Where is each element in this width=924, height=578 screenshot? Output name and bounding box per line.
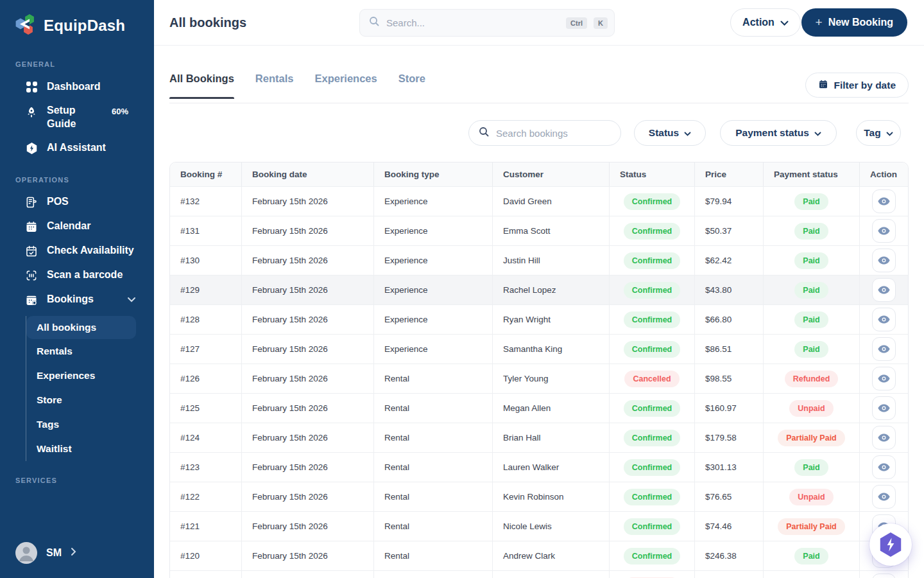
sidebar-item-dashboard[interactable]: Dashboard (0, 74, 154, 99)
table-row[interactable]: #121 February 15th 2026 Rental Nicole Le… (170, 511, 908, 541)
payment-status-badge: Unpaid (789, 400, 833, 417)
view-booking-button[interactable] (872, 189, 896, 213)
customer-cell: Justin Hill (493, 246, 610, 275)
filter-by-date-button[interactable]: Filter by date (805, 73, 909, 98)
booking-date-cell: February 15th 2026 (242, 541, 374, 570)
view-booking-button[interactable] (872, 308, 896, 331)
submenu-item-store[interactable]: Store (26, 388, 136, 412)
view-booking-button[interactable] (872, 426, 896, 450)
calendar-icon (818, 79, 828, 92)
booking-type-cell: Rental (374, 394, 493, 423)
booking-type-cell: Experience (374, 216, 493, 245)
barcode-scan-icon (24, 268, 38, 283)
search-icon (369, 16, 380, 30)
sidebar-item-setup-guide[interactable]: Setup Guide 60% (0, 99, 154, 136)
booking-number-cell: #123 (170, 453, 242, 482)
view-booking-button[interactable] (872, 219, 896, 243)
sidebar-item-label: Check Availability (47, 244, 134, 258)
table-row[interactable]: #130 February 15th 2026 Experience Justi… (170, 245, 908, 275)
assistant-fab-button[interactable] (869, 523, 912, 566)
column-header-payment-status: Payment status (764, 162, 860, 186)
price-cell: $43.80 (695, 276, 764, 304)
status-badge: Confirmed (624, 430, 681, 446)
table-row[interactable]: #128 February 15th 2026 Experience Ryan … (170, 304, 908, 334)
action-button[interactable]: Action (730, 8, 801, 37)
booking-type-cell: Rental (374, 541, 493, 570)
global-search[interactable]: Ctrl K (359, 9, 615, 37)
submenu-item-tags[interactable]: Tags (26, 412, 136, 437)
booking-number-cell: #124 (170, 423, 242, 452)
global-search-input[interactable] (386, 17, 560, 28)
action-cell (860, 216, 908, 245)
status-filter-dropdown[interactable]: Status (634, 120, 706, 146)
booking-date-cell: February 15th 2026 (242, 246, 374, 275)
tab-experiences[interactable]: Experiences (314, 73, 377, 99)
table-row[interactable]: #123 February 15th 2026 Rental Lauren Wa… (170, 452, 908, 482)
sidebar-item-scan-barcode[interactable]: Scan a barcode (0, 263, 154, 288)
view-booking-button[interactable] (872, 455, 896, 479)
payment-status-filter-dropdown[interactable]: Payment status (720, 120, 837, 146)
booking-date-cell: February 15th 2026 (242, 364, 374, 393)
status-badge: Confirmed (624, 193, 681, 210)
customer-cell: Andrew Clark (493, 541, 610, 570)
price-cell: $76.65 (695, 482, 764, 511)
payment-status-badge: Paid (794, 193, 828, 210)
bookings-search-input[interactable] (496, 128, 624, 139)
table-row[interactable]: #129 February 15th 2026 Experience Rache… (170, 275, 908, 304)
submenu-item-all-bookings[interactable]: All bookings (26, 316, 136, 339)
table-row[interactable]: #127 February 15th 2026 Experience Saman… (170, 334, 908, 363)
table-row[interactable]: #122 February 15th 2026 Rental Kevin Rob… (170, 482, 908, 511)
price-cell: $301.13 (695, 453, 764, 482)
tab-rentals[interactable]: Rentals (255, 73, 294, 99)
view-booking-button[interactable] (872, 485, 896, 509)
table-body: #132 February 15th 2026 Experience David… (170, 186, 908, 578)
table-row[interactable]: #120 February 15th 2026 Rental Andrew Cl… (170, 541, 908, 570)
table-row[interactable]: #125 February 15th 2026 Rental Megan All… (170, 393, 908, 423)
view-booking-button[interactable] (872, 574, 896, 578)
booking-date-cell: February 15th 2026 (242, 216, 374, 245)
sidebar-item-ai-assistant[interactable]: AI Assistant (0, 136, 154, 161)
action-cell (860, 364, 908, 393)
table-row[interactable]: #126 February 15th 2026 Rental Tyler You… (170, 363, 908, 393)
payment-status-badge: Paid (794, 252, 828, 269)
price-cell: $246.38 (695, 541, 764, 570)
sidebar-item-bookings[interactable]: Bookings (0, 288, 154, 312)
table-row[interactable]: Picked Up (170, 570, 908, 578)
submenu-item-experiences[interactable]: Experiences (26, 363, 136, 388)
tab-store[interactable]: Store (398, 73, 425, 99)
view-booking-button[interactable] (872, 367, 896, 390)
tag-filter-label: Tag (864, 127, 880, 139)
brand-name: EquipDash (44, 17, 125, 35)
tag-filter-dropdown[interactable]: Tag (856, 120, 901, 146)
new-booking-button[interactable]: + New Booking (801, 8, 907, 37)
booking-type-cell: Rental (374, 423, 493, 452)
payment-status-cell: Paid (764, 276, 860, 304)
view-booking-button[interactable] (872, 278, 896, 302)
sidebar-item-check-availability[interactable]: Check Availability (0, 239, 154, 263)
booking-type-cell (374, 571, 493, 578)
table-row[interactable]: #132 February 15th 2026 Experience David… (170, 186, 908, 216)
app-window: EquipDash GENERAL Dashboard (0, 0, 924, 578)
submenu-item-rentals[interactable]: Rentals (26, 339, 136, 363)
action-cell (860, 305, 908, 334)
sidebar-item-label: Scan a barcode (47, 268, 123, 282)
payment-status-badge: Refunded (785, 371, 839, 387)
sidebar-item-label: Dashboard (47, 80, 101, 94)
table-row[interactable]: #131 February 15th 2026 Experience Emma … (170, 216, 908, 245)
column-header-action: Action (860, 162, 908, 186)
submenu-item-waitlist[interactable]: Waitlist (26, 437, 136, 461)
bookings-search[interactable] (468, 120, 621, 146)
view-booking-button[interactable] (872, 337, 896, 361)
user-menu[interactable]: SM (15, 542, 76, 564)
sidebar-item-calendar[interactable]: Calendar (0, 215, 154, 239)
sidebar-item-pos[interactable]: POS (0, 190, 154, 215)
table-row[interactable]: #124 February 15th 2026 Rental Brian Hal… (170, 423, 908, 452)
view-booking-button[interactable] (872, 249, 896, 272)
payment-status-cell: Paid (764, 246, 860, 275)
action-cell (860, 423, 908, 452)
view-booking-button[interactable] (872, 396, 896, 420)
payment-status-cell (764, 571, 860, 578)
topbar: All bookings Ctrl K Action + New Booking (154, 0, 924, 46)
tab-all-bookings[interactable]: All Bookings (169, 73, 234, 99)
price-cell: $50.37 (695, 216, 764, 245)
